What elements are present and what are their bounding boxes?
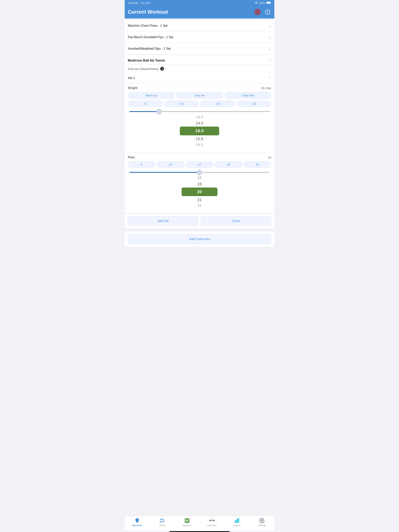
reps-row: Reps 20 <box>128 156 271 159</box>
svg-rect-23 <box>213 519 214 521</box>
chevron-down-icon: ⌄ <box>268 47 271 51</box>
target-icon[interactable] <box>254 8 261 15</box>
svg-point-0 <box>256 4 256 4</box>
weight-add-20[interactable]: +20 <box>237 101 271 107</box>
svg-rect-25 <box>214 520 215 521</box>
reps-slider[interactable] <box>129 172 270 173</box>
exercise-item-0[interactable]: Machine Chest Press - 1 Set ⌄ <box>125 20 274 32</box>
spacer <box>125 247 274 516</box>
weight-quick-add-row: +5 +10 +15 +20 <box>128 101 271 107</box>
weight-add-5[interactable]: +5 <box>128 101 162 107</box>
chevron-down-icon: ⌄ <box>268 35 271 39</box>
svg-rect-29 <box>236 520 237 523</box>
app-header: Current Workout <box>125 6 274 19</box>
tab-bar: Workouts Clients Routines <box>125 516 274 531</box>
status-bar: 10:51PM Tue Jul 2 100% <box>125 0 274 6</box>
svg-rect-17 <box>188 518 189 519</box>
status-indicators: 100% <box>255 1 271 5</box>
svg-rect-30 <box>237 519 238 523</box>
set-chevron-up-icon: ⌃ <box>268 76 271 80</box>
svg-point-12 <box>163 519 164 520</box>
reps-10[interactable]: 10 <box>157 161 184 168</box>
home-indicator <box>169 531 229 532</box>
wifi-icon <box>255 1 258 5</box>
reps-section: Reps 20 8 10 12 15 20 18 19 20 21 22 <box>125 152 274 213</box>
chevron-down-icon: ⌄ <box>268 24 271 28</box>
svg-rect-9 <box>135 519 136 520</box>
weight-slider-container <box>128 109 271 113</box>
header-actions <box>254 8 271 15</box>
active-exercise-header[interactable]: Medicine Ball Ab Twists ⌃ <box>125 55 274 64</box>
header-divider <box>125 19 274 20</box>
info-icon[interactable]: i <box>160 67 164 71</box>
add-exercises-section: Add Exercises <box>125 232 274 247</box>
battery-icon <box>266 1 271 5</box>
svg-point-11 <box>160 519 162 520</box>
reps-slider-container <box>128 170 271 173</box>
weight-add-15[interactable]: +15 <box>200 101 235 107</box>
svg-rect-10 <box>138 519 139 520</box>
exercise-list: Machine Chest Press - 1 Set ⌄ Flat Bench… <box>125 20 274 54</box>
reps-15[interactable]: 15 <box>215 161 242 168</box>
svg-rect-20 <box>187 520 188 521</box>
add-set-button[interactable]: Add Set <box>128 216 198 226</box>
svg-rect-16 <box>185 518 186 519</box>
tab-routines[interactable]: Routines <box>174 518 200 526</box>
svg-rect-24 <box>209 520 210 521</box>
reps-12[interactable]: 12 <box>186 161 213 168</box>
drop-set-tag[interactable]: Drop set <box>176 92 223 99</box>
weight-picker: 14.0 14.5 15.0 15.5 16.0 <box>128 114 271 148</box>
reps-20[interactable]: 20 <box>244 161 271 168</box>
active-exercise-title: Medicine Ball Ab Twists <box>128 59 165 63</box>
svg-rect-28 <box>235 521 236 523</box>
set-header[interactable]: Set 1 ⌃ <box>125 73 274 83</box>
close-button[interactable]: Close <box>201 216 271 226</box>
power-button[interactable] <box>264 8 271 15</box>
one-rep-max-tag[interactable]: 1 Rep Max <box>225 92 271 99</box>
tab-exercises[interactable]: Exercises <box>200 518 225 526</box>
weight-tag-buttons: Warm up Drop set 1 Rep Max <box>128 92 271 99</box>
weight-section: Weight 15.0 lbs Warm up Drop set 1 Rep M… <box>125 83 274 152</box>
set-actions: Add Set Close <box>125 213 274 228</box>
svg-rect-19 <box>185 520 187 521</box>
svg-rect-2 <box>267 2 270 4</box>
tab-clients[interactable]: Clients <box>150 518 174 526</box>
tab-settings[interactable]: Settings <box>249 518 274 526</box>
reps-quick-add-row: 8 10 12 15 20 <box>128 161 271 168</box>
tab-workouts[interactable]: Workouts <box>125 518 150 526</box>
status-time-date: 10:51PM Tue Jul 2 <box>128 1 151 5</box>
warm-up-tag[interactable]: Warm up <box>128 92 174 99</box>
battery-text: 100% <box>259 1 265 5</box>
section-divider <box>125 228 274 230</box>
svg-rect-22 <box>210 519 211 521</box>
weight-add-10[interactable]: +10 <box>164 101 199 107</box>
active-exercise: Medicine Ball Ab Twists ⌃ Exercise Detai… <box>125 55 274 228</box>
svg-rect-31 <box>238 519 239 523</box>
weight-row: Weight 15.0 lbs <box>128 86 271 90</box>
exercise-details-row[interactable]: Exercise Details/History i <box>125 64 274 73</box>
add-exercises-button[interactable]: Add Exercises <box>128 234 271 244</box>
page-title: Current Workout <box>128 9 168 15</box>
exercise-item-2[interactable]: Assisted/Weighted Dips - 1 Set ⌄ <box>125 43 274 54</box>
reps-picker: 18 19 20 21 22 <box>128 175 271 208</box>
svg-rect-18 <box>185 519 189 520</box>
tab-reports[interactable]: Reports <box>225 518 249 526</box>
weight-slider[interactable] <box>129 111 270 112</box>
exercise-item-1[interactable]: Flat Bench Dumbbell Flys - 1 Set ⌄ <box>125 32 274 43</box>
chevron-up-icon: ⌃ <box>268 58 271 63</box>
reps-8[interactable]: 8 <box>128 161 155 168</box>
